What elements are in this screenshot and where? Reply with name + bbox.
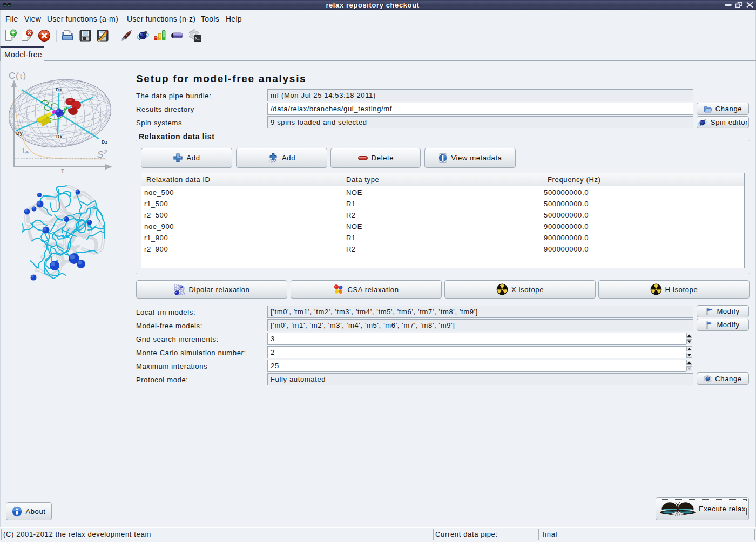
svg-text:Dy: Dy bbox=[92, 93, 98, 98]
svg-text:τe: τe bbox=[22, 145, 29, 155]
svg-text:Dy: Dy bbox=[16, 131, 23, 136]
svg-text:S2: S2 bbox=[97, 149, 107, 160]
svg-text:Dx: Dx bbox=[56, 87, 62, 92]
svg-text:C(τ): C(τ) bbox=[9, 71, 26, 81]
svg-text:Dz: Dz bbox=[18, 89, 24, 93]
svg-text:Dz: Dz bbox=[102, 139, 108, 145]
svg-text:τ: τ bbox=[61, 166, 65, 174]
svg-text:Dx: Dx bbox=[56, 134, 63, 139]
